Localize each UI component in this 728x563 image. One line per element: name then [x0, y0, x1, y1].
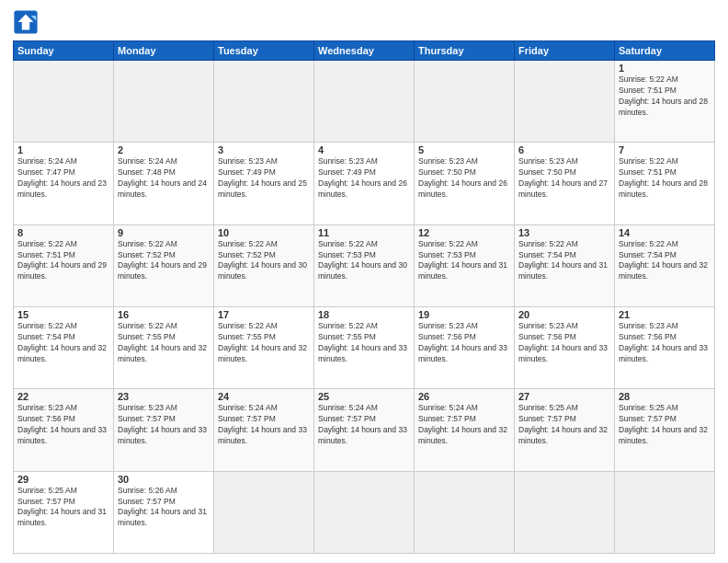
- header-cell-tuesday: Tuesday: [214, 41, 314, 61]
- day-cell: 3Sunrise: 5:23 AMSunset: 7:49 PMDaylight…: [214, 143, 314, 224]
- day-cell: 24Sunrise: 5:24 AMSunset: 7:57 PMDayligh…: [214, 389, 314, 471]
- day-info: Sunrise: 5:24 AMSunset: 7:57 PMDaylight:…: [218, 403, 310, 447]
- top-section: [13, 9, 715, 35]
- day-info: Sunrise: 5:22 AMSunset: 7:51 PMDaylight:…: [619, 75, 711, 119]
- day-cell: [214, 61, 314, 143]
- day-cell: 1Sunrise: 5:22 AMSunset: 7:51 PMDaylight…: [615, 61, 715, 143]
- day-cell: [415, 61, 515, 143]
- day-info: Sunrise: 5:22 AMSunset: 7:51 PMDaylight:…: [17, 239, 109, 283]
- header-cell-wednesday: Wednesday: [314, 41, 415, 61]
- day-number: 15: [17, 309, 109, 320]
- header-row: SundayMondayTuesdayWednesdayThursdayFrid…: [14, 41, 715, 61]
- day-number: 6: [518, 144, 610, 155]
- day-info: Sunrise: 5:22 AMSunset: 7:52 PMDaylight:…: [118, 239, 210, 283]
- day-cell: 8Sunrise: 5:22 AMSunset: 7:51 PMDaylight…: [14, 224, 114, 306]
- day-info: Sunrise: 5:22 AMSunset: 7:54 PMDaylight:…: [17, 321, 109, 365]
- day-cell: 28Sunrise: 5:25 AMSunset: 7:57 PMDayligh…: [615, 389, 715, 471]
- day-info: Sunrise: 5:23 AMSunset: 7:50 PMDaylight:…: [418, 156, 510, 201]
- day-number: 29: [17, 474, 109, 485]
- day-info: Sunrise: 5:23 AMSunset: 7:56 PMDaylight:…: [518, 321, 610, 365]
- day-cell: 15Sunrise: 5:22 AMSunset: 7:54 PMDayligh…: [14, 306, 114, 388]
- day-info: Sunrise: 5:23 AMSunset: 7:49 PMDaylight:…: [218, 156, 310, 201]
- week-row-6: 29Sunrise: 5:25 AMSunset: 7:57 PMDayligh…: [14, 471, 715, 553]
- day-info: Sunrise: 5:25 AMSunset: 7:57 PMDaylight:…: [17, 486, 109, 530]
- day-info: Sunrise: 5:22 AMSunset: 7:55 PMDaylight:…: [218, 321, 310, 365]
- day-cell: 4Sunrise: 5:23 AMSunset: 7:49 PMDaylight…: [314, 143, 415, 224]
- day-info: Sunrise: 5:23 AMSunset: 7:56 PMDaylight:…: [418, 321, 510, 365]
- day-cell: 16Sunrise: 5:22 AMSunset: 7:55 PMDayligh…: [114, 306, 214, 388]
- day-cell: [214, 471, 314, 553]
- day-info: Sunrise: 5:24 AMSunset: 7:57 PMDaylight:…: [418, 403, 510, 447]
- header-cell-saturday: Saturday: [615, 41, 715, 61]
- day-number: 12: [418, 227, 510, 238]
- day-info: Sunrise: 5:22 AMSunset: 7:54 PMDaylight:…: [619, 239, 711, 283]
- day-number: 2: [118, 144, 210, 155]
- day-number: 5: [418, 144, 510, 155]
- day-cell: 27Sunrise: 5:25 AMSunset: 7:57 PMDayligh…: [515, 389, 615, 471]
- day-cell: 10Sunrise: 5:22 AMSunset: 7:52 PMDayligh…: [214, 224, 314, 306]
- day-number: 27: [518, 391, 610, 402]
- day-info: Sunrise: 5:23 AMSunset: 7:50 PMDaylight:…: [518, 156, 610, 201]
- day-info: Sunrise: 5:22 AMSunset: 7:53 PMDaylight:…: [318, 239, 410, 283]
- day-number: 1: [17, 144, 109, 155]
- day-number: 10: [218, 227, 310, 238]
- day-info: Sunrise: 5:24 AMSunset: 7:57 PMDaylight:…: [318, 403, 410, 447]
- day-cell: 17Sunrise: 5:22 AMSunset: 7:55 PMDayligh…: [214, 306, 314, 388]
- calendar-table: SundayMondayTuesdayWednesdayThursdayFrid…: [13, 40, 715, 554]
- day-cell: 19Sunrise: 5:23 AMSunset: 7:56 PMDayligh…: [415, 306, 515, 388]
- day-cell: 11Sunrise: 5:22 AMSunset: 7:53 PMDayligh…: [314, 224, 415, 306]
- day-cell: 25Sunrise: 5:24 AMSunset: 7:57 PMDayligh…: [314, 389, 415, 471]
- day-cell: 9Sunrise: 5:22 AMSunset: 7:52 PMDaylight…: [114, 224, 214, 306]
- day-cell: 20Sunrise: 5:23 AMSunset: 7:56 PMDayligh…: [515, 306, 615, 388]
- logo: [13, 9, 42, 35]
- day-cell: 1Sunrise: 5:24 AMSunset: 7:47 PMDaylight…: [14, 143, 114, 224]
- day-info: Sunrise: 5:23 AMSunset: 7:49 PMDaylight:…: [318, 156, 410, 201]
- day-cell: 18Sunrise: 5:22 AMSunset: 7:55 PMDayligh…: [314, 306, 415, 388]
- day-cell: [515, 61, 615, 143]
- day-cell: [314, 471, 415, 553]
- day-number: 9: [118, 227, 210, 238]
- day-cell: 13Sunrise: 5:22 AMSunset: 7:54 PMDayligh…: [515, 224, 615, 306]
- day-number: 28: [619, 391, 711, 402]
- day-cell: 12Sunrise: 5:22 AMSunset: 7:53 PMDayligh…: [415, 224, 515, 306]
- day-info: Sunrise: 5:22 AMSunset: 7:53 PMDaylight:…: [418, 239, 510, 283]
- week-row-1: 1Sunrise: 5:22 AMSunset: 7:51 PMDaylight…: [14, 61, 715, 143]
- day-number: 11: [318, 227, 410, 238]
- day-cell: [314, 61, 415, 143]
- week-row-5: 22Sunrise: 5:23 AMSunset: 7:56 PMDayligh…: [14, 389, 715, 471]
- day-cell: [415, 471, 515, 553]
- day-info: Sunrise: 5:22 AMSunset: 7:55 PMDaylight:…: [118, 321, 210, 365]
- day-number: 14: [619, 227, 711, 238]
- header-cell-thursday: Thursday: [415, 41, 515, 61]
- day-number: 24: [218, 391, 310, 402]
- day-info: Sunrise: 5:23 AMSunset: 7:56 PMDaylight:…: [619, 321, 711, 365]
- day-info: Sunrise: 5:23 AMSunset: 7:57 PMDaylight:…: [118, 403, 210, 447]
- day-number: 3: [218, 144, 310, 155]
- day-cell: 30Sunrise: 5:26 AMSunset: 7:57 PMDayligh…: [114, 471, 214, 553]
- day-info: Sunrise: 5:25 AMSunset: 7:57 PMDaylight:…: [619, 403, 711, 447]
- day-number: 20: [518, 309, 610, 320]
- day-cell: 26Sunrise: 5:24 AMSunset: 7:57 PMDayligh…: [415, 389, 515, 471]
- day-cell: [515, 471, 615, 553]
- day-number: 30: [118, 474, 210, 485]
- day-info: Sunrise: 5:24 AMSunset: 7:47 PMDaylight:…: [17, 156, 109, 201]
- week-row-4: 15Sunrise: 5:22 AMSunset: 7:54 PMDayligh…: [14, 306, 715, 388]
- page: SundayMondayTuesdayWednesdayThursdayFrid…: [0, 0, 728, 563]
- day-number: 18: [318, 309, 410, 320]
- day-cell: 23Sunrise: 5:23 AMSunset: 7:57 PMDayligh…: [114, 389, 214, 471]
- day-number: 8: [17, 227, 109, 238]
- day-cell: 22Sunrise: 5:23 AMSunset: 7:56 PMDayligh…: [14, 389, 114, 471]
- day-info: Sunrise: 5:22 AMSunset: 7:54 PMDaylight:…: [518, 239, 610, 283]
- day-cell: 5Sunrise: 5:23 AMSunset: 7:50 PMDaylight…: [415, 143, 515, 224]
- day-cell: 6Sunrise: 5:23 AMSunset: 7:50 PMDaylight…: [515, 143, 615, 224]
- header-cell-friday: Friday: [515, 41, 615, 61]
- day-info: Sunrise: 5:23 AMSunset: 7:56 PMDaylight:…: [17, 403, 109, 447]
- day-info: Sunrise: 5:24 AMSunset: 7:48 PMDaylight:…: [118, 156, 210, 201]
- day-cell: [14, 61, 114, 143]
- day-info: Sunrise: 5:25 AMSunset: 7:57 PMDaylight:…: [518, 403, 610, 447]
- day-cell: 14Sunrise: 5:22 AMSunset: 7:54 PMDayligh…: [615, 224, 715, 306]
- day-number: 22: [17, 391, 109, 402]
- day-cell: 29Sunrise: 5:25 AMSunset: 7:57 PMDayligh…: [14, 471, 114, 553]
- day-info: Sunrise: 5:22 AMSunset: 7:52 PMDaylight:…: [218, 239, 310, 283]
- header-cell-sunday: Sunday: [14, 41, 114, 61]
